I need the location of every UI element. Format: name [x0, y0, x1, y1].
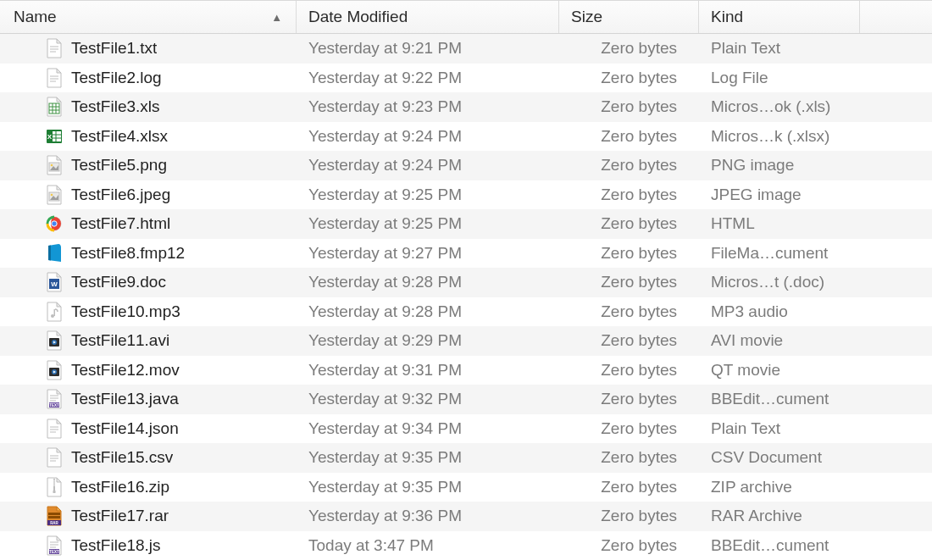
- column-header-name-label: Name: [14, 8, 57, 26]
- file-date-cell: Yesterday at 9:25 PM: [297, 214, 559, 233]
- file-size-cell: Zero bytes: [559, 39, 699, 58]
- file-name-label: TestFile5.png: [71, 156, 167, 175]
- file-name-cell[interactable]: TestFile3.xls: [0, 97, 297, 117]
- file-name-label: TestFile9.doc: [71, 273, 166, 291]
- sort-ascending-icon: ▲: [271, 12, 282, 23]
- file-name-cell[interactable]: TestFile6.jpeg: [0, 185, 297, 205]
- file-kind-cell: RAR Archive: [699, 507, 860, 525]
- file-date-cell: Yesterday at 9:28 PM: [297, 273, 559, 291]
- file-name-label: TestFile2.log: [71, 69, 162, 87]
- file-name-label: TestFile4.xlsx: [71, 127, 168, 146]
- file-name-label: TestFile12.mov: [71, 361, 180, 380]
- file-kind-cell: Plain Text: [699, 39, 860, 58]
- file-row[interactable]: X TestFile4.xlsxYesterday at 9:24 PMZero…: [0, 122, 932, 152]
- file-name-cell[interactable]: TestFile12.mov: [0, 360, 297, 380]
- file-row[interactable]: TestFile12.movYesterday at 9:31 PMZero b…: [0, 356, 932, 385]
- svg-point-27: [51, 314, 54, 318]
- file-size-cell: Zero bytes: [559, 127, 699, 146]
- file-kind-cell: JPEG image: [699, 186, 860, 204]
- file-type-icon: W: [46, 272, 63, 292]
- file-name-cell[interactable]: TEXT TestFile18.js: [0, 535, 297, 556]
- file-kind-cell: Plain Text: [699, 419, 860, 438]
- file-kind-cell: BBEdit…cument: [699, 536, 860, 555]
- file-date-cell: Yesterday at 9:28 PM: [297, 302, 559, 321]
- file-date-cell: Yesterday at 9:27 PM: [297, 244, 559, 263]
- file-row[interactable]: TestFile16.zipYesterday at 9:35 PMZero b…: [0, 473, 932, 502]
- file-name-cell[interactable]: TestFile14.json: [0, 419, 297, 439]
- column-header-name[interactable]: Name ▲: [0, 1, 297, 33]
- column-header-kind-label: Kind: [711, 8, 743, 26]
- file-row[interactable]: TestFile15.csvYesterday at 9:35 PMZero b…: [0, 443, 932, 473]
- file-name-cell[interactable]: TestFile7.html: [0, 213, 297, 234]
- file-name-label: TestFile1.txt: [71, 39, 157, 58]
- file-date-cell: Yesterday at 9:21 PM: [297, 39, 559, 58]
- file-name-label: TestFile3.xls: [71, 97, 160, 116]
- file-type-icon: [46, 243, 63, 263]
- file-name-cell[interactable]: TestFile15.csv: [0, 447, 297, 468]
- file-size-cell: Zero bytes: [559, 156, 699, 175]
- file-name-label: TestFile8.fmp12: [71, 244, 185, 263]
- file-row[interactable]: TestFile5.pngYesterday at 9:24 PMZero by…: [0, 151, 932, 180]
- file-row[interactable]: RAR TestFile17.rarYesterday at 9:36 PMZe…: [0, 502, 932, 531]
- file-name-label: TestFile13.java: [71, 390, 179, 408]
- file-row[interactable]: TestFile10.mp3Yesterday at 9:28 PMZero b…: [0, 297, 932, 327]
- file-row[interactable]: TestFile1.txtYesterday at 9:21 PMZero by…: [0, 34, 932, 64]
- file-name-label: TestFile10.mp3: [71, 302, 180, 321]
- file-kind-cell: Micros…k (.xlsx): [699, 127, 860, 146]
- svg-text:TEXT: TEXT: [49, 549, 59, 553]
- column-header-kind[interactable]: Kind: [699, 1, 860, 33]
- file-date-cell: Yesterday at 9:29 PM: [297, 331, 559, 350]
- file-size-cell: Zero bytes: [559, 536, 699, 555]
- file-row[interactable]: TestFile11.aviYesterday at 9:29 PMZero b…: [0, 326, 932, 356]
- file-date-cell: Yesterday at 9:22 PM: [297, 69, 559, 87]
- file-date-cell: Yesterday at 9:24 PM: [297, 127, 559, 146]
- file-size-cell: Zero bytes: [559, 419, 699, 438]
- file-row[interactable]: TestFile6.jpegYesterday at 9:25 PMZero b…: [0, 180, 932, 210]
- file-list: TestFile1.txtYesterday at 9:21 PMZero by…: [0, 34, 932, 560]
- file-name-cell[interactable]: TEXT TestFile13.java: [0, 389, 297, 409]
- file-name-cell[interactable]: X TestFile4.xlsx: [0, 126, 297, 147]
- column-header-row: Name ▲ Date Modified Size Kind: [0, 0, 932, 34]
- file-date-cell: Yesterday at 9:25 PM: [297, 186, 559, 204]
- svg-rect-47: [53, 491, 56, 493]
- file-name-cell[interactable]: TestFile2.log: [0, 68, 297, 88]
- file-row[interactable]: TestFile8.fmp12Yesterday at 9:27 PMZero …: [0, 239, 932, 269]
- file-size-cell: Zero bytes: [559, 69, 699, 87]
- file-name-cell[interactable]: RAR TestFile17.rar: [0, 506, 297, 526]
- file-type-icon: [46, 155, 63, 175]
- file-size-cell: Zero bytes: [559, 273, 699, 291]
- svg-rect-12: [53, 131, 61, 141]
- file-kind-cell: Micros…ok (.xls): [699, 97, 860, 116]
- file-date-cell: Yesterday at 9:35 PM: [297, 478, 559, 496]
- file-row[interactable]: TestFile2.logYesterday at 9:22 PMZero by…: [0, 64, 932, 93]
- file-date-cell: Yesterday at 9:35 PM: [297, 448, 559, 467]
- file-name-cell[interactable]: TestFile5.png: [0, 155, 297, 175]
- file-kind-cell: BBEdit…cument: [699, 390, 860, 408]
- file-name-cell[interactable]: TestFile1.txt: [0, 38, 297, 58]
- file-type-icon: [46, 97, 63, 117]
- file-name-cell[interactable]: TestFile11.avi: [0, 330, 297, 351]
- file-type-icon: [46, 477, 63, 497]
- file-row[interactable]: TestFile14.jsonYesterday at 9:34 PMZero …: [0, 414, 932, 444]
- file-date-cell: Yesterday at 9:36 PM: [297, 507, 559, 525]
- file-row[interactable]: W TestFile9.docYesterday at 9:28 PMZero …: [0, 268, 932, 297]
- file-kind-cell: HTML: [699, 214, 860, 233]
- file-name-cell[interactable]: TestFile8.fmp12: [0, 243, 297, 263]
- file-row[interactable]: TestFile3.xlsYesterday at 9:23 PMZero by…: [0, 92, 932, 122]
- file-type-icon: X: [46, 126, 63, 147]
- file-size-cell: Zero bytes: [559, 361, 699, 380]
- column-header-date-modified[interactable]: Date Modified: [297, 1, 559, 33]
- file-kind-cell: CSV Document: [699, 448, 860, 467]
- file-row[interactable]: TEXT TestFile18.jsToday at 3:47 PMZero b…: [0, 531, 932, 561]
- svg-point-24: [52, 221, 57, 226]
- file-row[interactable]: TestFile7.htmlYesterday at 9:25 PMZero b…: [0, 209, 932, 239]
- column-header-size[interactable]: Size: [559, 1, 699, 33]
- file-row[interactable]: TEXT TestFile13.javaYesterday at 9:32 PM…: [0, 385, 932, 414]
- svg-text:TEXT: TEXT: [49, 403, 59, 408]
- column-header-size-label: Size: [571, 8, 602, 26]
- file-size-cell: Zero bytes: [559, 507, 699, 525]
- file-name-cell[interactable]: TestFile10.mp3: [0, 302, 297, 322]
- file-type-icon: RAR: [46, 506, 63, 526]
- file-name-cell[interactable]: TestFile16.zip: [0, 477, 297, 497]
- file-name-cell[interactable]: W TestFile9.doc: [0, 272, 297, 292]
